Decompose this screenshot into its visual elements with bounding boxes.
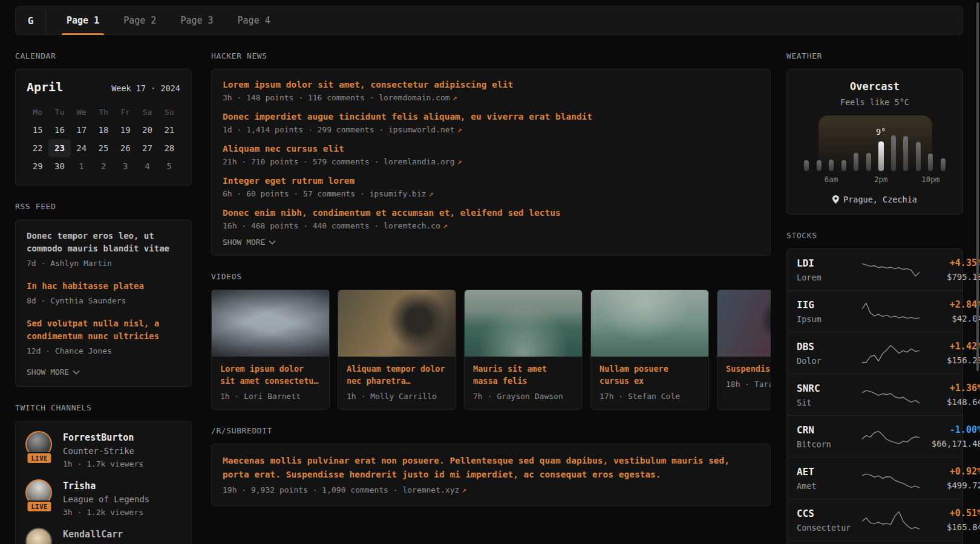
video-card[interactable]: Mauris sit amet massa felis7h · Grayson …	[464, 290, 583, 410]
twitch-channel-list: LIVEForrestBurtonCounter-Strike1h · 1.7k…	[25, 431, 181, 544]
rss-show-more-label: SHOW MORE	[27, 368, 69, 377]
calendar-day-29: 29	[27, 157, 48, 175]
tab-page-1[interactable]: Page 1	[58, 7, 108, 34]
calendar-month: April	[27, 80, 63, 94]
calendar-day-25: 25	[93, 139, 114, 157]
stock-price: $499.72	[920, 481, 980, 490]
hackernews-item-title[interactable]: Integer eget rutrum lorem	[223, 176, 759, 186]
rss-item-title[interactable]: In hac habitasse platea	[27, 280, 180, 293]
weather-bar	[829, 160, 834, 171]
video-title[interactable]: Lorem ipsum dolor sit amet consectetu…	[220, 363, 321, 387]
video-card-body: Suspendisse diam18h · Tara	[717, 357, 771, 397]
weather-bar	[928, 154, 933, 171]
calendar-day-23: 23	[48, 139, 70, 157]
video-card-body: Lorem ipsum dolor sit amet consectetu…1h…	[212, 357, 329, 409]
hackernews-show-more-button[interactable]: SHOW MORE	[223, 238, 759, 247]
hackernews-section-title: HACKER NEWS	[211, 51, 771, 60]
live-badge: LIVE	[26, 500, 52, 513]
calendar-day-4: 4	[136, 157, 158, 175]
rss-item: Donec tempor eros leo, ut commodo mauris…	[27, 230, 180, 268]
video-thumbnail[interactable]	[338, 290, 456, 357]
calendar-day-header: Su	[158, 103, 180, 121]
video-title[interactable]: Nullam posuere cursus ex	[599, 363, 700, 387]
hackernews-item-title[interactable]: Donec imperdiet augue tincidunt felis al…	[223, 112, 759, 121]
location-pin-icon	[832, 195, 839, 204]
external-link-icon[interactable]: ↗	[452, 93, 457, 102]
calendar-day-3: 3	[114, 157, 136, 175]
tab-page-4[interactable]: Page 4	[229, 7, 279, 34]
weather-hour-label: 10pm	[926, 175, 935, 184]
weather-hour-label: 2pm	[876, 175, 886, 184]
hackernews-item-title[interactable]: Aliquam nec cursus elit	[223, 144, 759, 154]
subreddit-post-title[interactable]: Maecenas mollis pulvinar erat non posuer…	[223, 454, 759, 482]
video-card[interactable]: Aliquam tempor dolor nec pharetra…1h · M…	[338, 290, 456, 410]
page-tabs: Page 1Page 2Page 3Page 4	[46, 7, 286, 34]
rss-widget: Donec tempor eros leo, ut commodo mauris…	[15, 219, 192, 387]
stock-numbers: +0.51%$165.84	[920, 508, 980, 532]
external-link-icon[interactable]: ↗	[443, 221, 448, 230]
video-title[interactable]: Suspendisse diam	[726, 363, 771, 375]
video-thumbnail[interactable]	[591, 290, 708, 357]
stock-identity: CRNBitcorn	[797, 424, 862, 449]
rss-show-more-button[interactable]: SHOW MORE	[27, 368, 180, 377]
calendar-day-22: 22	[27, 139, 48, 157]
video-meta: 18h · Tara	[726, 380, 771, 389]
external-link-icon[interactable]: ↗	[457, 157, 462, 166]
tab-page-2[interactable]: Page 2	[115, 7, 165, 34]
rss-item-title[interactable]: Sed volutpat nulla nisl, a condimentum n…	[27, 317, 180, 343]
video-card[interactable]: Suspendisse diam18h · Tara	[717, 290, 771, 410]
stock-row-ldi: LDILorem+4.35%$795.18	[787, 249, 962, 290]
stock-ticker: LDI	[797, 257, 862, 269]
calendar-day-28: 28	[158, 139, 180, 157]
hackernews-item-meta: 6h · 60 points · 57 comments · ipsumify.…	[223, 189, 759, 198]
twitch-channel-meta: 1h · 1.7k viewers	[63, 459, 143, 468]
weather-hour-label	[889, 175, 898, 184]
weather-bar-slot	[889, 123, 898, 171]
weather-hour-label	[901, 175, 910, 184]
external-link-icon[interactable]: ↗	[462, 485, 466, 494]
calendar-day-header: Th	[93, 103, 114, 121]
twitch-channel-trisha[interactable]: LIVETrishaLeague of Legends3h · 1.2k vie…	[25, 479, 181, 517]
weather-bar	[866, 153, 871, 171]
video-card[interactable]: Lorem ipsum dolor sit amet consectetu…1h…	[211, 290, 330, 410]
twitch-channel-kendallcarr[interactable]: KendallCarr	[25, 528, 181, 544]
twitch-channel-info: ForrestBurtonCounter-Strike1h · 1.7k vie…	[63, 431, 143, 468]
weather-location: Prague, Czechia	[843, 195, 917, 204]
weather-bar	[891, 135, 896, 171]
avatar-wrapper: LIVE	[25, 431, 54, 460]
video-thumbnail[interactable]	[465, 290, 582, 357]
video-title[interactable]: Mauris sit amet massa felis	[473, 363, 573, 387]
external-link-icon[interactable]: ↗	[457, 125, 462, 134]
calendar-day-24: 24	[71, 139, 93, 157]
stock-numbers: +1.42%$156.28	[920, 341, 980, 365]
weather-section-title: WEATHER	[786, 51, 963, 60]
hackernews-item-title[interactable]: Donec enim nibh, condimentum et accumsan…	[223, 208, 759, 218]
video-thumbnail[interactable]	[212, 290, 329, 357]
stock-numbers: +0.92%$499.72	[920, 466, 980, 490]
stock-numbers: +1.36%$148.64	[920, 383, 980, 407]
stock-name: Lorem	[797, 273, 862, 282]
stock-change: -1.00%	[920, 424, 980, 435]
twitch-channel-name: Trisha	[63, 479, 149, 491]
scrollbar-thumb[interactable]	[976, 2, 979, 371]
rss-item-title[interactable]: Donec tempor eros leo, ut commodo mauris…	[27, 230, 180, 255]
video-meta: 7h · Grayson Dawson	[473, 392, 573, 401]
app-logo[interactable]: G	[16, 7, 46, 34]
calendar-widget: April Week 17 · 2024 MoTuWeThFrSaSu 1516…	[15, 69, 192, 186]
video-title[interactable]: Aliquam tempor dolor nec pharetra…	[347, 363, 447, 387]
twitch-channel-forrestburton[interactable]: LIVEForrestBurtonCounter-Strike1h · 1.7k…	[25, 431, 181, 468]
video-card[interactable]: Nullam posuere cursus ex17h · Stefan Col…	[590, 290, 709, 410]
calendar-week-year: Week 17 · 2024	[111, 83, 180, 93]
tab-page-3[interactable]: Page 3	[172, 7, 221, 34]
video-thumbnail[interactable]	[717, 290, 771, 357]
hackernews-show-more-label: SHOW MORE	[223, 238, 265, 247]
hackernews-item: Donec imperdiet augue tincidunt felis al…	[223, 112, 759, 134]
weather-bar-slot	[864, 123, 874, 171]
hackernews-item-title[interactable]: Lorem ipsum dolor sit amet, consectetur …	[223, 80, 759, 89]
calendar-day-30: 30	[48, 157, 70, 175]
weather-bar	[841, 160, 846, 171]
hackernews-section: HACKER NEWS Lorem ipsum dolor sit amet, …	[211, 51, 771, 256]
external-link-icon[interactable]: ↗	[429, 189, 434, 198]
left-column: CALENDAR April Week 17 · 2024 MoTuWeThFr…	[15, 51, 192, 544]
avatar-wrapper	[25, 528, 54, 544]
